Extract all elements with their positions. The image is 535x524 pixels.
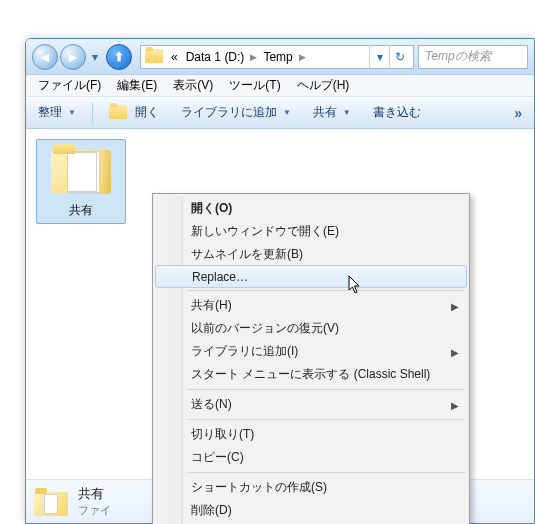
ctx-replace[interactable]: Replace…: [155, 265, 467, 288]
organize-button[interactable]: 整理▼: [32, 102, 82, 123]
ctx-cut[interactable]: 切り取り(T): [155, 423, 467, 446]
titlebar: ◄ ► ▾ ⬆ « Data 1 (D:) ▶ Temp ▶ ▾ ↻ Tempの…: [26, 39, 534, 75]
open-button[interactable]: 開く: [103, 102, 165, 123]
ctx-copy[interactable]: コピー(C): [155, 446, 467, 469]
submenu-arrow-icon: ▶: [451, 399, 459, 410]
menu-help[interactable]: ヘルプ(H): [291, 75, 356, 96]
submenu-arrow-icon: ▶: [451, 346, 459, 357]
burn-button[interactable]: 書き込む: [367, 102, 427, 123]
chevron-right-icon[interactable]: ▶: [248, 52, 259, 62]
separator: [187, 389, 465, 390]
context-menu: 開く(O) 新しいウィンドウで開く(E) サムネイルを更新(B) Replace…: [152, 193, 470, 524]
folder-open-icon: [109, 105, 127, 121]
right-arrow-icon: ►: [66, 49, 80, 65]
ctx-refresh-thumbnail[interactable]: サムネイルを更新(B): [155, 243, 467, 266]
search-placeholder: Tempの検索: [425, 48, 491, 65]
ctx-restore-previous[interactable]: 以前のバージョンの復元(V): [155, 317, 467, 340]
up-button[interactable]: ⬆: [106, 44, 132, 70]
refresh-button[interactable]: ↻: [389, 45, 409, 69]
chevron-down-icon: ▼: [283, 108, 291, 117]
separator: [187, 290, 465, 291]
menubar: ファイル(F) 編集(E) 表示(V) ツール(T) ヘルプ(H): [26, 75, 534, 97]
separator: [187, 472, 465, 473]
menu-file[interactable]: ファイル(F): [32, 75, 107, 96]
nav-history-dropdown[interactable]: ▾: [88, 44, 102, 70]
menu-edit[interactable]: 編集(E): [111, 75, 163, 96]
folder-item-selected[interactable]: 共有: [36, 139, 126, 224]
nav-forward-button[interactable]: ►: [60, 44, 86, 70]
breadcrumb-segment-1[interactable]: Data 1 (D:): [182, 46, 249, 68]
chevron-right-icon[interactable]: ▶: [297, 52, 308, 62]
chevron-right-icon: »: [514, 105, 522, 121]
breadcrumb-root[interactable]: «: [167, 46, 182, 68]
details-type: ファイ: [78, 503, 111, 518]
add-to-library-button[interactable]: ライブラリに追加▼: [175, 102, 297, 123]
menu-tools[interactable]: ツール(T): [223, 75, 286, 96]
menu-view[interactable]: 表示(V): [167, 75, 219, 96]
ctx-start-menu-classic[interactable]: スタート メニューに表示する (Classic Shell): [155, 363, 467, 386]
left-arrow-icon: ◄: [38, 49, 52, 65]
submenu-arrow-icon: ▶: [451, 300, 459, 311]
ctx-share[interactable]: 共有(H)▶: [155, 294, 467, 317]
nav-back-button[interactable]: ◄: [32, 44, 58, 70]
chevron-down-icon: ▼: [68, 108, 76, 117]
folder-icon: [145, 49, 163, 65]
folder-icon: [34, 488, 68, 516]
ctx-send-to[interactable]: 送る(N)▶: [155, 393, 467, 416]
chevron-down-icon: ▼: [343, 108, 351, 117]
ctx-create-shortcut[interactable]: ショートカットの作成(S): [155, 476, 467, 499]
separator: [187, 419, 465, 420]
toolbar-overflow[interactable]: »: [508, 103, 528, 123]
breadcrumb-segment-2[interactable]: Temp: [259, 46, 296, 68]
address-bar[interactable]: « Data 1 (D:) ▶ Temp ▶ ▾ ↻: [140, 45, 414, 69]
toolbar: 整理▼ 開く ライブラリに追加▼ 共有▼ 書き込む »: [26, 97, 534, 129]
separator: [92, 103, 93, 123]
address-dropdown[interactable]: ▾: [369, 45, 389, 69]
search-input[interactable]: Tempの検索: [418, 45, 528, 69]
ctx-delete[interactable]: 削除(D): [155, 499, 467, 522]
folder-icon: [49, 144, 113, 196]
folder-label: 共有: [41, 202, 121, 219]
ctx-add-to-library[interactable]: ライブラリに追加(I)▶: [155, 340, 467, 363]
details-name: 共有: [78, 485, 111, 503]
ctx-open-new-window[interactable]: 新しいウィンドウで開く(E): [155, 220, 467, 243]
share-button[interactable]: 共有▼: [307, 102, 357, 123]
ctx-open[interactable]: 開く(O): [155, 197, 467, 220]
